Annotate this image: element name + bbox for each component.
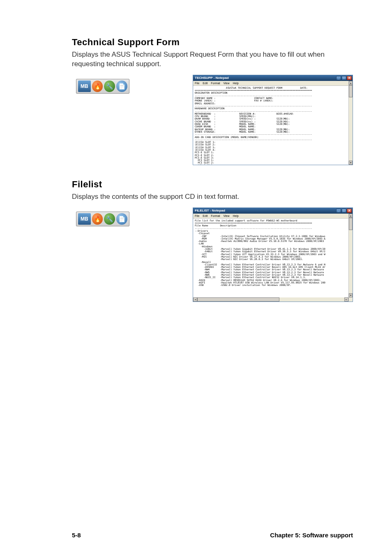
body-tech-support: Displays the ASUS Technical Support Requ… (72, 50, 353, 69)
page-footer: 5-8 Chapter 5: Software support (72, 532, 353, 539)
menu-view[interactable]: View (224, 214, 230, 217)
scroll-up-arrow-icon[interactable]: ▲ (349, 81, 353, 85)
tech-support-row: MB 🔥 🔧 📄 TECHSUPP - Notepad _ □ X File E… (72, 75, 353, 165)
menu-edit[interactable]: Edit (203, 82, 208, 85)
mb-tab[interactable]: MB (78, 81, 91, 92)
document-icon[interactable]: 📄 (116, 81, 127, 92)
section-filelist: Filelist Displays the contents of the su… (72, 179, 353, 302)
menubar: File Edit Format View Help (193, 81, 353, 86)
menu-format[interactable]: Format (211, 214, 220, 217)
section-technical-support-form: Technical Support Form Displays the ASUS… (72, 37, 353, 165)
menu-format[interactable]: Format (211, 82, 220, 85)
window-buttons: _ □ X (336, 209, 352, 213)
vertical-scrollbar[interactable]: ▲ ▼ (348, 81, 353, 165)
filelist-notepad-window: FILELIST - Notepad _ □ X File Edit Forma… (193, 207, 353, 302)
menu-file[interactable]: File (195, 82, 199, 85)
heading-tech-support: Technical Support Form (72, 37, 353, 48)
vertical-scrollbar[interactable]: ▲ ▼ (348, 214, 353, 302)
scroll-down-arrow-icon[interactable]: ▼ (349, 293, 353, 297)
techsupp-notepad-window: TECHSUPP - Notepad _ □ X File Edit Forma… (193, 75, 353, 165)
notepad-text-area[interactable]: ASUSTeK TECHNICAL SUPPORT REQUEST FORM D… (193, 86, 353, 165)
menubar: File Edit Format View Help (193, 214, 353, 219)
page-number: 5-8 (72, 532, 81, 539)
mb-tab[interactable]: MB (78, 213, 91, 225)
mb-nav-strip: MB 🔥 🔧 📄 (72, 79, 187, 94)
mb-nav-box: MB 🔥 🔧 📄 (76, 212, 129, 226)
scroll-up-arrow-icon[interactable]: ▲ (349, 214, 353, 218)
minimize-button[interactable]: _ (336, 209, 341, 213)
scroll-left-arrow-icon[interactable]: ◄ (193, 297, 197, 302)
titlebar: FILELIST - Notepad _ □ X (193, 208, 353, 214)
filelist-row: MB 🔥 🔧 📄 FILELIST - Notepad _ □ X File E… (72, 207, 353, 302)
menu-edit[interactable]: Edit (203, 214, 208, 217)
flame-icon[interactable]: 🔥 (92, 81, 103, 92)
maximize-button[interactable]: □ (341, 76, 346, 80)
scroll-down-arrow-icon[interactable]: ▼ (349, 161, 353, 165)
text-line: -USB -USB2.0 Driver installation for Win… (195, 284, 351, 286)
menu-help[interactable]: Help (233, 82, 239, 85)
maximize-button[interactable]: □ (341, 209, 346, 213)
window-buttons: _ □ X (336, 76, 352, 80)
scroll-right-arrow-icon[interactable]: ► (344, 297, 348, 302)
wrench-icon[interactable]: 🔧 (104, 213, 115, 225)
close-button[interactable]: X (347, 209, 352, 213)
scroll-thumb[interactable] (349, 218, 353, 230)
titlebar: TECHSUPP - Notepad _ □ X (193, 75, 353, 81)
horizontal-scrollbar[interactable]: ◄ ► (193, 297, 348, 302)
menu-file[interactable]: File (195, 214, 199, 217)
window-title: FILELIST - Notepad (195, 209, 225, 212)
chapter-title: Chapter 5: Software support (270, 532, 353, 539)
menu-help[interactable]: Help (233, 214, 239, 217)
heading-filelist: Filelist (72, 179, 353, 190)
wrench-icon[interactable]: 🔧 (104, 81, 115, 92)
text-line: PCI SLOT 3: (195, 164, 351, 165)
notepad-text-area[interactable]: File list for the included support softw… (193, 219, 353, 302)
minimize-button[interactable]: _ (336, 76, 341, 80)
window-title: TECHSUPP - Notepad (195, 76, 229, 80)
close-button[interactable]: X (347, 76, 352, 80)
body-filelist: Displays the contents of the support CD … (72, 192, 353, 202)
scroll-h-thumb[interactable] (197, 297, 279, 302)
mb-nav-strip: MB 🔥 🔧 📄 (72, 212, 187, 226)
scroll-thumb[interactable] (349, 85, 353, 97)
menu-view[interactable]: View (224, 82, 230, 85)
flame-icon[interactable]: 🔥 (92, 213, 103, 225)
document-icon[interactable]: 📄 (116, 213, 127, 225)
mb-nav-box: MB 🔥 🔧 📄 (76, 79, 129, 94)
